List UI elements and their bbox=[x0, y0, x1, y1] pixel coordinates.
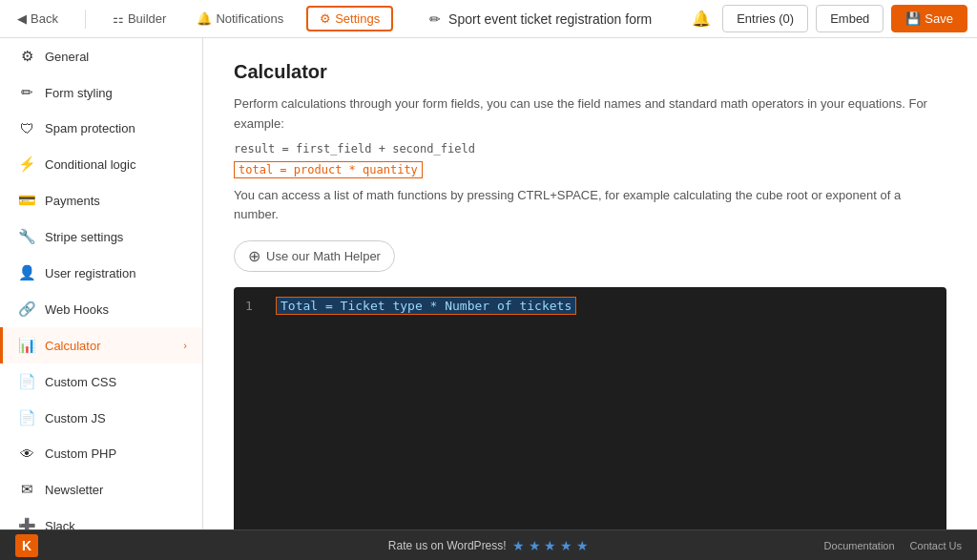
sidebar-item-newsletter[interactable]: ✉ Newsletter bbox=[0, 471, 202, 508]
rate-text: Rate us on WordPress! bbox=[388, 539, 507, 552]
builder-label: Builder bbox=[128, 11, 166, 26]
code-line-1: 1 Total = Ticket type * Number of ticket… bbox=[245, 299, 935, 313]
layout: ⚙ General ✏ Form styling 🛡 Spam protecti… bbox=[0, 38, 977, 529]
notifications-icon: 🔔 bbox=[197, 11, 212, 26]
code-highlight: total = product * quantity bbox=[234, 161, 423, 178]
code-content: Total = Ticket type * Number of tickets bbox=[276, 299, 576, 313]
topbar-right: 🔔 Entries (0) Embed 💾 Save bbox=[688, 5, 967, 32]
sidebar-item-label: Newsletter bbox=[45, 483, 103, 497]
user-registration-icon: 👤 bbox=[18, 264, 35, 281]
notifications-tab[interactable]: 🔔 Notifications bbox=[189, 8, 291, 30]
sidebar-item-label: Custom CSS bbox=[45, 375, 116, 389]
save-icon: 💾 bbox=[905, 11, 921, 26]
code-highlighted-content: Total = Ticket type * Number of tickets bbox=[276, 297, 576, 315]
sidebar-item-label: Calculator bbox=[45, 339, 101, 353]
sidebar-item-label: Custom PHP bbox=[45, 446, 116, 461]
sidebar-item-web-hooks[interactable]: 🔗 Web Hooks bbox=[0, 291, 202, 327]
newsletter-icon: ✉ bbox=[18, 481, 35, 498]
documentation-link[interactable]: Documentation bbox=[824, 540, 895, 551]
main-content: Calculator Perform calculations through … bbox=[203, 38, 977, 529]
embed-button[interactable]: Embed bbox=[816, 5, 883, 32]
sidebar-item-label: Form styling bbox=[45, 86, 113, 100]
form-title: Sport event ticket registration form bbox=[448, 11, 652, 27]
custom-php-icon: 👁 bbox=[18, 446, 35, 462]
math-helper-button[interactable]: ⊕ Use our Math Helper bbox=[234, 240, 395, 272]
sidebar-item-label: Web Hooks bbox=[45, 302, 109, 317]
code-example: result = first_field + second_field bbox=[234, 142, 946, 156]
sidebar: ⚙ General ✏ Form styling 🛡 Spam protecti… bbox=[0, 38, 203, 529]
sidebar-item-slack[interactable]: ➕ Slack bbox=[0, 508, 202, 529]
settings-tab[interactable]: ⚙ Settings bbox=[306, 6, 393, 31]
sidebar-item-general[interactable]: ⚙ General bbox=[0, 38, 202, 74]
footer-center: Rate us on WordPress! ★ ★ ★ ★ ★ bbox=[388, 538, 589, 553]
sidebar-item-label: Slack bbox=[45, 519, 75, 530]
settings-label: Settings bbox=[335, 11, 380, 26]
contact-link[interactable]: Contact Us bbox=[910, 540, 962, 551]
footer-links: Documentation Contact Us bbox=[824, 540, 962, 551]
conditional-logic-icon: ⚡ bbox=[18, 156, 35, 173]
topbar-center: ✏ Sport event ticket registration form bbox=[397, 11, 684, 27]
footer-logo: K bbox=[15, 534, 38, 557]
page-title: Calculator bbox=[234, 61, 946, 83]
sidebar-item-label: General bbox=[45, 50, 89, 64]
back-button[interactable]: ◀ Back bbox=[10, 8, 66, 30]
sidebar-item-label: Conditional logic bbox=[45, 157, 135, 172]
sidebar-item-payments[interactable]: 💳 Payments bbox=[0, 182, 202, 218]
save-button[interactable]: 💾 Save bbox=[891, 5, 967, 32]
topbar-left: ◀ Back ⚏ Builder 🔔 Notifications ⚙ Setti… bbox=[10, 6, 393, 31]
back-label: Back bbox=[31, 11, 58, 26]
footer: K Rate us on WordPress! ★ ★ ★ ★ ★ Docume… bbox=[0, 529, 977, 560]
plus-circle-icon: ⊕ bbox=[248, 247, 260, 265]
topbar: ◀ Back ⚏ Builder 🔔 Notifications ⚙ Setti… bbox=[0, 0, 977, 38]
entries-label: Entries (0) bbox=[737, 11, 794, 26]
save-label: Save bbox=[925, 11, 953, 26]
edit-icon: ✏ bbox=[429, 11, 441, 27]
embed-label: Embed bbox=[830, 11, 869, 26]
settings-icon: ⚙ bbox=[320, 11, 331, 26]
code-editor[interactable]: 1 Total = Ticket type * Number of ticket… bbox=[234, 287, 946, 529]
stripe-icon: 🔧 bbox=[18, 228, 35, 245]
notification-bell-icon[interactable]: 🔔 bbox=[688, 6, 715, 31]
sidebar-item-custom-php[interactable]: 👁 Custom PHP bbox=[0, 436, 202, 471]
sidebar-item-label: Payments bbox=[45, 194, 100, 208]
star-icons: ★ ★ ★ ★ ★ bbox=[512, 538, 590, 553]
sidebar-item-label: User registration bbox=[45, 266, 135, 280]
sidebar-item-custom-js[interactable]: 📄 Custom JS bbox=[0, 400, 202, 436]
sidebar-item-label: Spam protection bbox=[45, 121, 135, 135]
general-icon: ⚙ bbox=[18, 48, 35, 65]
form-styling-icon: ✏ bbox=[18, 84, 35, 101]
description-text: Perform calculations through your form f… bbox=[234, 94, 946, 135]
sidebar-item-calculator[interactable]: 📊 Calculator › bbox=[0, 327, 202, 363]
sidebar-item-custom-css[interactable]: 📄 Custom CSS bbox=[0, 363, 202, 400]
sidebar-item-label: Custom JS bbox=[45, 411, 106, 425]
line-number: 1 bbox=[245, 299, 260, 313]
payments-icon: 💳 bbox=[18, 192, 35, 209]
math-helper-label: Use our Math Helper bbox=[266, 249, 381, 263]
entries-button[interactable]: Entries (0) bbox=[722, 5, 808, 32]
chevron-right-icon: › bbox=[183, 340, 187, 351]
sidebar-item-conditional-logic[interactable]: ⚡ Conditional logic bbox=[0, 146, 202, 182]
sidebar-item-label: Stripe settings bbox=[45, 230, 123, 244]
builder-icon: ⚏ bbox=[113, 11, 124, 26]
custom-js-icon: 📄 bbox=[18, 409, 35, 426]
builder-tab[interactable]: ⚏ Builder bbox=[105, 8, 174, 30]
sidebar-item-stripe-settings[interactable]: 🔧 Stripe settings bbox=[0, 218, 202, 255]
calculator-icon: 📊 bbox=[18, 337, 35, 354]
slack-icon: ➕ bbox=[18, 517, 35, 529]
sidebar-item-user-registration[interactable]: 👤 User registration bbox=[0, 255, 202, 291]
custom-css-icon: 📄 bbox=[18, 373, 35, 390]
back-icon: ◀ bbox=[17, 11, 27, 26]
description2-text: You can access a list of math functions … bbox=[234, 186, 946, 226]
notifications-label: Notifications bbox=[216, 11, 283, 26]
spam-protection-icon: 🛡 bbox=[18, 120, 35, 136]
divider bbox=[85, 10, 86, 29]
k-logo: K bbox=[15, 534, 38, 557]
sidebar-item-spam-protection[interactable]: 🛡 Spam protection bbox=[0, 111, 202, 146]
sidebar-item-form-styling[interactable]: ✏ Form styling bbox=[0, 74, 202, 111]
web-hooks-icon: 🔗 bbox=[18, 301, 35, 318]
